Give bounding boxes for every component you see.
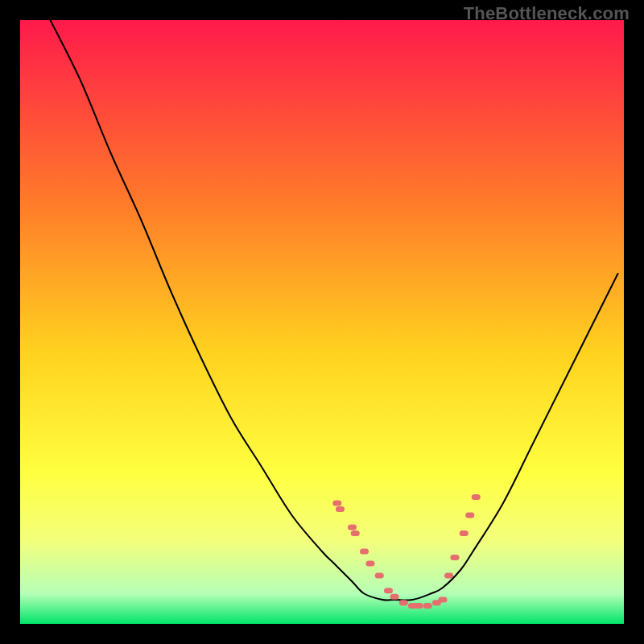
chart-svg <box>20 20 624 624</box>
chart-container: TheBottleneck.com <box>0 0 644 644</box>
marker-dot <box>375 573 384 579</box>
marker-dot <box>351 530 360 536</box>
marker-dot <box>465 513 474 518</box>
marker-dot <box>439 597 448 603</box>
marker-dot <box>415 603 423 609</box>
marker-dot <box>390 594 399 600</box>
marker-dot <box>384 588 393 593</box>
marker-dot <box>423 603 432 609</box>
marker-dot <box>472 494 481 500</box>
marker-dot <box>399 600 408 605</box>
marker-dot <box>451 555 460 560</box>
gradient-rect <box>20 20 624 624</box>
watermark-text: TheBottleneck.com <box>464 3 630 24</box>
marker-dot <box>332 501 341 506</box>
marker-dot <box>366 561 375 567</box>
plot-area <box>20 20 624 624</box>
marker-dot <box>444 573 453 579</box>
marker-dot <box>348 525 357 530</box>
marker-dot <box>336 506 345 512</box>
marker-dot <box>460 530 469 536</box>
marker-dot <box>360 549 369 555</box>
